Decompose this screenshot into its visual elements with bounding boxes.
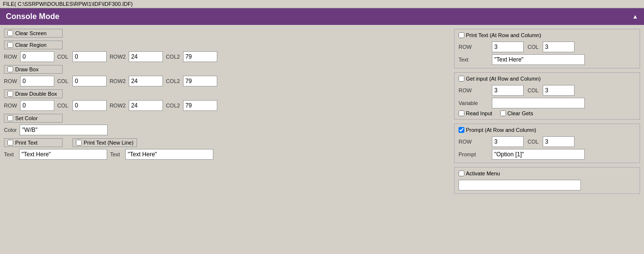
rpt-col-input[interactable] [543,42,575,52]
set-color-fields: Color [4,125,450,135]
draw-box-input[interactable] [7,66,13,72]
right-get-input-section: Get input (At Row and Column) ROW COL Va… [454,72,640,120]
right-print-text-field: Text [459,54,636,65]
clear-region-section: Clear Region ROW COL ROW2 COL2 [4,41,450,62]
read-input-clear-gets-row: Read Input Clear Gets [459,110,636,116]
right-prompt-label: Prompt (At Row and Column) [466,127,536,133]
rgi-row-input[interactable] [492,85,524,96]
ddb-col2-input[interactable] [183,100,217,111]
right-variable-field: Variable [459,98,636,108]
cr-col2-input[interactable] [183,51,217,62]
text-input-left[interactable] [19,149,107,160]
title-text: FILE( C:\SSRPWI\DOUBLES\RPWI1\IDF\IDF300… [3,1,133,7]
clear-screen-input[interactable] [7,30,13,36]
clear-region-checkbox[interactable]: Clear Region [4,41,63,49]
text-input-right[interactable] [125,149,213,160]
right-activate-menu-section: Activate Menu [454,167,640,194]
db-col2-input[interactable] [183,76,217,86]
rpt-text-input[interactable] [492,54,585,65]
draw-double-box-input[interactable] [7,91,13,97]
ddb-col-label: COL [57,103,69,108]
ddb-row2-input[interactable] [129,100,163,111]
text-label-left: Text [4,151,16,157]
activate-menu-label: Activate Menu [466,170,500,176]
clear-screen-checkbox[interactable]: Clear Screen [4,29,63,38]
right-get-row-fields: ROW COL [459,85,636,96]
activate-menu-input-field[interactable] [459,180,581,190]
print-text-checkbox[interactable]: Print Text [4,138,63,147]
cr-row-label: ROW [4,54,17,60]
cr-col2-label: COL2 [166,54,180,60]
clear-region-fields: ROW COL ROW2 COL2 [4,51,450,62]
cr-row2-label: ROW2 [110,54,126,60]
right-get-input-input[interactable] [459,76,464,82]
cr-col-label: COL [57,54,69,60]
rp-row-input[interactable] [492,136,524,147]
rgi-variable-label: Variable [459,100,488,106]
clear-gets-label: Clear Gets [507,110,533,116]
rgi-variable-input[interactable] [492,98,585,108]
print-text-input[interactable] [7,140,13,146]
clear-region-input[interactable] [7,42,13,48]
rpt-col-label: COL [528,44,539,50]
rp-col-input[interactable] [543,136,575,147]
right-panel: Print Text (At Row and Column) ROW COL T… [454,29,640,194]
draw-box-label: Draw Box [15,66,39,72]
ddb-row2-label: ROW2 [110,103,126,108]
draw-double-box-checkbox[interactable]: Draw Double Box [4,89,63,98]
ddb-row-input[interactable] [20,100,54,111]
rp-col-label: COL [528,139,539,145]
right-prompt-row-fields: ROW COL [459,136,636,147]
clear-screen-label: Clear Screen [15,30,46,36]
right-get-input-label: Get input (At Row and Column) [466,76,541,82]
right-print-text-section: Print Text (At Row and Column) ROW COL T… [454,29,640,68]
ddb-col2-label: COL2 [166,103,180,108]
rpt-row-input[interactable] [492,42,524,52]
set-color-input[interactable] [7,115,13,121]
cr-row2-input[interactable] [129,51,163,62]
db-col2-label: COL2 [166,78,180,84]
draw-box-section: Draw Box ROW COL ROW2 COL2 [4,65,450,86]
right-prompt-checkbox[interactable]: Prompt (At Row and Column) [459,127,536,133]
clear-gets-checkbox[interactable]: Clear Gets [500,110,533,116]
draw-double-box-label: Draw Double Box [15,91,57,97]
read-input-input[interactable] [459,110,464,116]
db-row2-input[interactable] [129,76,163,86]
draw-double-box-section: Draw Double Box ROW COL ROW2 COL2 [4,89,450,111]
db-row2-label: ROW2 [110,78,126,84]
rp-prompt-input[interactable] [492,149,585,160]
rgi-row-label: ROW [459,87,488,93]
color-input[interactable] [20,125,108,135]
set-color-label: Set Color [15,115,38,121]
header-bar: Console Mode ▲ [0,8,644,25]
rp-prompt-label: Prompt [459,151,488,157]
db-row-label: ROW [4,78,17,84]
db-row-input[interactable] [20,76,54,86]
set-color-checkbox[interactable]: Set Color [4,114,63,123]
rpt-row-label: ROW [459,44,488,50]
text-label-right: Text [110,151,122,157]
right-print-text-input[interactable] [459,32,464,38]
ddb-col-input[interactable] [72,100,107,111]
rgi-col-label: COL [528,87,539,93]
cr-col-input[interactable] [72,51,107,62]
clear-gets-input[interactable] [500,110,506,116]
cr-row-input[interactable] [20,51,54,62]
color-label: Color [4,127,17,133]
draw-box-checkbox[interactable]: Draw Box [4,65,63,74]
print-text-label: Print Text [15,140,38,146]
db-col-input[interactable] [72,76,107,86]
read-input-checkbox[interactable]: Read Input [459,110,492,116]
print-text-newline-input[interactable] [76,140,82,146]
scroll-up-icon[interactable]: ▲ [632,13,638,20]
activate-menu-field [459,180,636,190]
activate-menu-input[interactable] [459,170,464,176]
right-get-input-checkbox[interactable]: Get input (At Row and Column) [459,76,541,82]
rgi-col-input[interactable] [543,85,575,96]
right-prompt-input[interactable] [459,127,464,133]
print-text-newline-checkbox[interactable]: Print Text (New Line) [72,138,137,147]
activate-menu-checkbox[interactable]: Activate Menu [459,170,500,176]
print-text-section: Print Text Print Text (New Line) Text Te… [4,138,450,160]
right-print-text-label: Print Text (At Row and Column) [466,32,541,38]
right-print-text-checkbox[interactable]: Print Text (At Row and Column) [459,32,541,38]
